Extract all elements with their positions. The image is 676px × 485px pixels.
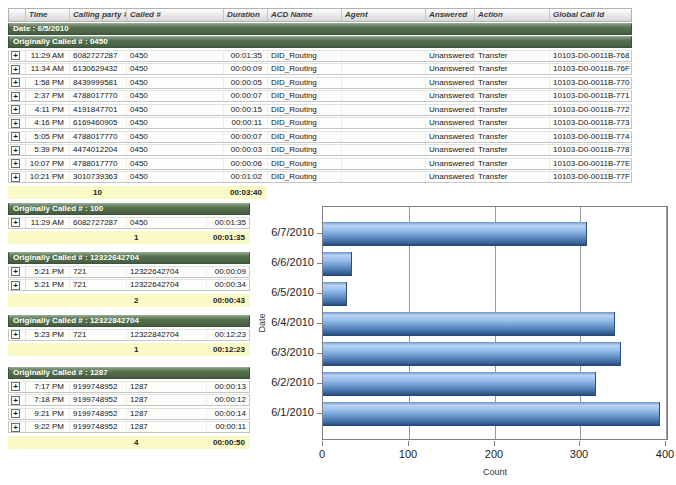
cell-agent	[342, 105, 426, 115]
cell-agent	[342, 91, 426, 101]
cell-calling-party: 6169460905	[70, 118, 127, 128]
call-detail-table: TimeCalling party #Called #DurationACD N…	[8, 8, 632, 199]
table-row: +11:34 AM6130629432045000:00:09DID_Routi…	[8, 63, 632, 75]
cell-time: 11:29 AM	[26, 218, 70, 228]
cell-calling-party: 6082727287	[70, 218, 127, 228]
cell-called: 0450	[127, 91, 224, 101]
expand-row-button[interactable]: +	[11, 65, 20, 74]
cell-action: Transfer	[475, 91, 550, 101]
cell-calling-party: 4788017770	[70, 132, 127, 142]
y-axis-label: 6/4/2010	[258, 316, 314, 329]
cell-calling-party: 9199748952	[70, 422, 127, 432]
date-group-header: Date : 6/5/2010	[8, 23, 632, 35]
cell-global-call-id: 10103-D0-0011B-773	[550, 118, 631, 128]
expand-row-button[interactable]: +	[11, 409, 20, 418]
expand-cell: +	[9, 382, 26, 392]
x-tick-mark	[665, 441, 666, 446]
x-tick-mark	[579, 441, 580, 446]
expand-row-button[interactable]: +	[11, 423, 20, 432]
cell-action: Transfer	[475, 105, 550, 115]
expand-cell: +	[9, 218, 26, 228]
cell-time: 9:22 PM	[26, 422, 70, 432]
cell-called: 0450	[127, 51, 224, 61]
expand-row-button[interactable]: +	[11, 132, 20, 141]
expand-row-button[interactable]: +	[11, 281, 20, 290]
x-axis-label: 300	[559, 448, 599, 460]
call-group-table: Originally Called # : 12322842704+5:23 P…	[8, 315, 250, 356]
x-axis-label: 200	[474, 448, 514, 460]
cell-acd-name: DID_Routing	[268, 78, 342, 88]
expand-row-button[interactable]: +	[11, 119, 20, 128]
expand-row-button[interactable]: +	[11, 92, 20, 101]
column-header-called: Called #	[127, 9, 224, 21]
cell-global-call-id: 10103-D0-0011B-770	[550, 78, 631, 88]
cell-acd-name: DID_Routing	[268, 105, 342, 115]
expand-cell: +	[9, 78, 26, 88]
expand-cell: +	[9, 91, 26, 101]
y-tick-mark	[317, 323, 322, 324]
cell-answered: Unanswered	[426, 172, 475, 182]
summary-total-duration: 00:00:50	[185, 436, 245, 449]
expand-row-button[interactable]: +	[11, 330, 20, 339]
call-group-table: Originally Called # : 12322642704+5:21 P…	[8, 252, 250, 307]
cell-answered: Unanswered	[426, 159, 475, 169]
cell-agent	[342, 118, 426, 128]
cell-duration: 00:00:09	[207, 267, 251, 277]
cell-time: 4:11 PM	[26, 105, 70, 115]
cell-duration: 00:01:35	[207, 218, 251, 228]
table-row: +10:21 PM3010739363045000:01:02DID_Routi…	[8, 171, 632, 183]
cell-calling-party: 6130629432	[70, 64, 127, 74]
chart-bar-6-3-2010	[323, 342, 621, 366]
expand-row-button[interactable]: +	[11, 173, 20, 182]
y-tick-mark	[317, 413, 322, 414]
cell-agent	[342, 145, 426, 155]
x-axis-label: 0	[302, 448, 342, 460]
table-row: +2:37 PM4788017770045000:00:07DID_Routin…	[8, 90, 632, 102]
cell-global-call-id: 10103-D0-0011B-778	[550, 145, 631, 155]
cell-answered: Unanswered	[426, 105, 475, 115]
cell-time: 1:58 PM	[26, 78, 70, 88]
group-header: Originally Called # : 100	[8, 203, 250, 215]
cell-action: Transfer	[475, 78, 550, 88]
cell-agent	[342, 172, 426, 182]
cell-answered: Unanswered	[426, 78, 475, 88]
group-header: Originally Called # : 12322842704	[8, 315, 250, 327]
expand-row-button[interactable]: +	[11, 51, 20, 60]
cell-acd-name: DID_Routing	[268, 172, 342, 182]
x-tick-mark	[322, 441, 323, 446]
expand-cell: +	[9, 118, 26, 128]
cell-called: 0450	[127, 118, 224, 128]
group-header: Originally Called # : 1287	[8, 367, 250, 379]
expand-row-button[interactable]: +	[11, 159, 20, 168]
column-header-agent: Agent	[342, 9, 426, 21]
expand-row-button[interactable]: +	[11, 218, 20, 227]
gridline	[666, 207, 667, 439]
expand-cell: +	[9, 145, 26, 155]
table-row: +5:21 PM7211232264270400:00:09	[8, 266, 250, 278]
expand-cell: +	[9, 51, 26, 61]
y-tick-mark	[317, 383, 322, 384]
cell-called: 1287	[127, 395, 207, 405]
cell-answered: Unanswered	[426, 64, 475, 74]
cell-duration: 00:00:11	[224, 118, 268, 128]
cell-time: 11:29 AM	[26, 51, 70, 61]
expand-row-button[interactable]: +	[11, 396, 20, 405]
table-row: +7:18 PM9199748952128700:00:12	[8, 394, 250, 406]
expand-row-button[interactable]: +	[11, 267, 20, 276]
cell-duration: 00:00:11	[207, 422, 251, 432]
expand-row-button[interactable]: +	[11, 146, 20, 155]
expand-cell: +	[9, 159, 26, 169]
cell-answered: Unanswered	[426, 118, 475, 128]
expand-row-button[interactable]: +	[11, 382, 20, 391]
y-tick-mark	[317, 353, 322, 354]
cell-agent	[342, 159, 426, 169]
column-header-time: Time	[26, 9, 70, 21]
cell-global-call-id: 10103-D0-0011B-76F	[550, 64, 631, 74]
expand-row-button[interactable]: +	[11, 78, 20, 87]
expand-row-button[interactable]: +	[11, 105, 20, 114]
cell-time: 5:21 PM	[26, 280, 70, 290]
cell-calling-party: 6082727287	[70, 51, 127, 61]
cell-action: Transfer	[475, 145, 550, 155]
column-header-answered: Answered	[426, 9, 475, 21]
cell-called: 0450	[127, 218, 207, 228]
